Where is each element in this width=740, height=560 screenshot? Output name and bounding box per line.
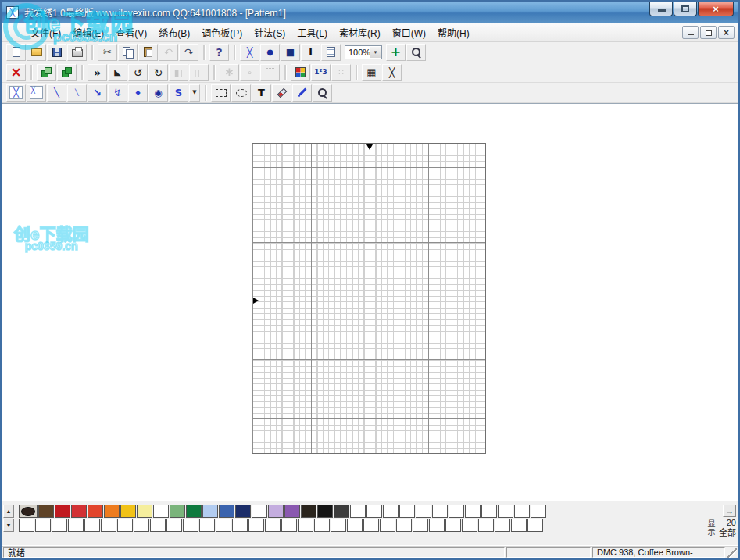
special-stitch-dropdown-button[interactable]: ▼: [189, 84, 200, 102]
palette-swatch[interactable]: [252, 505, 267, 518]
cut-button[interactable]: ✂: [98, 44, 117, 61]
palette-swatch[interactable]: [331, 519, 346, 532]
palette-swatch[interactable]: [235, 505, 251, 518]
display-all[interactable]: 全部: [719, 528, 736, 538]
palette-button[interactable]: [291, 64, 310, 81]
palette-swatch[interactable]: [166, 519, 182, 532]
selected-color-swatch[interactable]: [19, 505, 38, 518]
palette-swatch[interactable]: [416, 505, 431, 518]
menu-stitch[interactable]: 针法(S): [248, 23, 291, 41]
palette-swatch[interactable]: [449, 505, 464, 518]
canvas-area[interactable]: 创e下载园 pc0359.cn: [2, 103, 738, 501]
palette-swatch[interactable]: [301, 505, 316, 518]
palette-swatch[interactable]: [71, 505, 87, 518]
palette-scroll-down-button[interactable]: ▼: [3, 519, 14, 532]
palette-swatch[interactable]: [478, 519, 494, 532]
palette-swatch[interactable]: [183, 519, 198, 532]
palette-swatch[interactable]: [432, 505, 448, 518]
menu-window[interactable]: 窗口(W): [387, 23, 431, 41]
palette-swatch[interactable]: [399, 505, 415, 518]
palette-swatch[interactable]: [68, 519, 84, 532]
french-knot-button[interactable]: ◉: [148, 84, 168, 102]
menu-edit[interactable]: 编辑(E): [67, 23, 109, 41]
palette-swatch[interactable]: [216, 519, 231, 532]
palette-swatch[interactable]: [380, 519, 395, 532]
palette-swatch[interactable]: [55, 505, 70, 518]
save-button[interactable]: [47, 44, 66, 61]
palette-swatch[interactable]: [445, 519, 461, 532]
palette-swatch[interactable]: [199, 519, 215, 532]
straight-stitch-button[interactable]: ↯: [108, 84, 127, 102]
palette-swatch[interactable]: [514, 505, 530, 518]
palette-swatch[interactable]: [104, 505, 120, 518]
pattern-dots-button[interactable]: ∷: [331, 64, 351, 81]
grid-cross-button[interactable]: ╳: [382, 64, 402, 81]
minimize-button[interactable]: [649, 2, 673, 16]
grid-lines-button[interactable]: ▦: [362, 64, 381, 81]
palette-swatch[interactable]: [498, 505, 513, 518]
paste-button[interactable]: [138, 44, 158, 61]
half-stitch-button[interactable]: ╲: [47, 84, 66, 102]
palette-swatch[interactable]: [511, 519, 527, 532]
zoom-tool-button[interactable]: [313, 84, 332, 102]
view-cross-button[interactable]: ╳: [240, 44, 259, 61]
palette-swatch[interactable]: [38, 505, 54, 518]
palette-swatch[interactable]: [120, 505, 136, 518]
menu-view[interactable]: 查看(V): [110, 23, 152, 41]
back-stitch-button[interactable]: ↘: [88, 84, 107, 102]
stitch-grid[interactable]: [252, 143, 486, 454]
show-numbers-button[interactable]: 1²3: [311, 64, 331, 81]
flip-vertical-button[interactable]: ◫: [189, 64, 209, 81]
resize-grip[interactable]: [727, 547, 737, 558]
palette-scroll-up-button[interactable]: ▲: [3, 505, 14, 518]
titlebar[interactable]: ╳ 我爱绣1.0最终版 www.ilovexiu.com QQ:64100180…: [2, 2, 738, 23]
close-button[interactable]: ×: [698, 2, 734, 16]
palette-swatch[interactable]: [531, 505, 546, 518]
color-picker-button[interactable]: [292, 84, 312, 102]
palette-swatch[interactable]: [350, 505, 366, 518]
knife-tool-button[interactable]: [272, 84, 291, 102]
select-ellipse-button[interactable]: [231, 84, 251, 102]
palette-swatch[interactable]: [268, 505, 284, 518]
rotate-right-button[interactable]: ↻: [148, 64, 168, 81]
dropdown-arrow-icon[interactable]: ▼: [370, 47, 381, 58]
view-solid-button[interactable]: ■: [281, 44, 300, 61]
palette-swatch[interactable]: [396, 519, 412, 532]
palette-swatch[interactable]: [317, 505, 333, 518]
palette-swatch[interactable]: [186, 505, 202, 518]
menu-tools[interactable]: 工具(L): [291, 23, 333, 41]
palette-swatch[interactable]: [150, 519, 166, 532]
menu-file[interactable]: 文件(F): [25, 23, 66, 41]
help-button[interactable]: ?: [209, 44, 229, 61]
palette-swatch[interactable]: [248, 519, 264, 532]
palette-swatch[interactable]: [366, 505, 382, 518]
menu-library[interactable]: 素材库(R): [334, 23, 386, 41]
menu-palette[interactable]: 调色板(P): [196, 23, 248, 41]
palette-swatch[interactable]: [19, 519, 34, 532]
menu-help[interactable]: 帮助(H): [432, 23, 475, 41]
palette-swatch[interactable]: [314, 519, 330, 532]
view-symbol-button[interactable]: I: [301, 44, 320, 61]
palette-swatch[interactable]: [88, 505, 103, 518]
petite-stitch-button[interactable]: ◆: [128, 84, 148, 102]
palette-swatch[interactable]: [281, 519, 297, 532]
quarter-stitch-button[interactable]: ╲: [67, 84, 87, 102]
rotate-left-button[interactable]: ↺: [128, 64, 148, 81]
palette-swatch[interactable]: [35, 519, 51, 532]
view-bead-button[interactable]: ●: [260, 44, 280, 61]
mirror-diagonal-button[interactable]: ◣: [108, 64, 127, 81]
menu-fabric[interactable]: 绣布(B): [153, 23, 195, 41]
fit-view-button[interactable]: +: [386, 44, 406, 61]
zoom-combo[interactable]: 100%▼: [345, 45, 382, 59]
palette-swatch[interactable]: [52, 519, 67, 532]
open-button[interactable]: [27, 44, 46, 61]
repeat-block-button[interactable]: [57, 64, 77, 81]
display-count[interactable]: 20: [727, 518, 736, 528]
palette-swatch[interactable]: [137, 505, 152, 518]
mdi-restore-button[interactable]: [700, 26, 717, 39]
palette-swatch[interactable]: [117, 519, 133, 532]
maximize-button[interactable]: [674, 2, 697, 16]
redo-button[interactable]: ↷: [179, 44, 198, 61]
print-button[interactable]: [67, 44, 87, 61]
shift-block-button[interactable]: [37, 64, 56, 81]
